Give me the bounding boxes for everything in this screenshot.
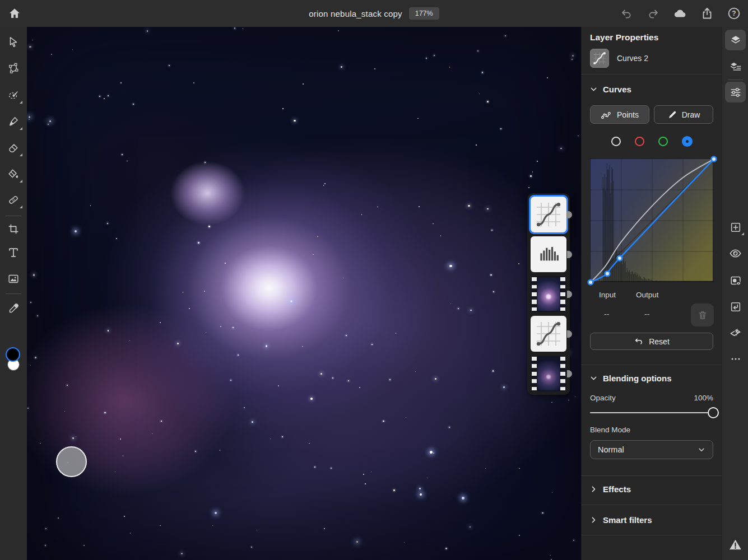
star bbox=[177, 343, 179, 344]
layer-thumbnail-levels[interactable] bbox=[531, 236, 566, 272]
opacity-slider[interactable] bbox=[590, 408, 713, 417]
star bbox=[365, 483, 366, 484]
merge-flatten-button[interactable] bbox=[725, 323, 746, 343]
add-layer-button[interactable] bbox=[725, 217, 746, 237]
selection-brush-icon bbox=[7, 89, 20, 101]
channel-selector bbox=[590, 134, 713, 148]
properties-panel-button[interactable] bbox=[725, 82, 746, 102]
star bbox=[393, 489, 395, 491]
undo-button[interactable] bbox=[617, 4, 636, 23]
reset-button[interactable]: Reset bbox=[590, 333, 713, 350]
star bbox=[225, 263, 226, 264]
flyout-indicator bbox=[741, 232, 744, 235]
delete-point-button[interactable] bbox=[691, 304, 714, 326]
star bbox=[30, 365, 31, 366]
chevron-down-icon bbox=[698, 446, 705, 454]
photoshop-ipad-app: orion nebula_stack copy 177% bbox=[0, 0, 748, 560]
points-mode-button[interactable]: Points bbox=[590, 105, 649, 124]
add-layer-icon bbox=[730, 221, 742, 234]
warning-button[interactable] bbox=[725, 534, 746, 555]
redo-button[interactable] bbox=[644, 4, 663, 23]
blend-mode-dropdown[interactable]: Normal bbox=[590, 440, 713, 459]
star bbox=[532, 171, 533, 172]
effects-section-header[interactable]: Effects bbox=[590, 482, 631, 496]
crop-tool[interactable] bbox=[2, 214, 25, 237]
help-button[interactable]: ? bbox=[724, 4, 744, 23]
selected-layer-row[interactable]: Curves 2 bbox=[590, 48, 713, 68]
layer-thumbnail-curves-1[interactable] bbox=[531, 316, 566, 352]
warning-icon bbox=[728, 538, 742, 552]
share-button[interactable] bbox=[698, 4, 717, 23]
star bbox=[458, 308, 459, 310]
channel-composite-button[interactable] bbox=[611, 137, 621, 146]
fill-tool[interactable] bbox=[2, 163, 25, 185]
document-canvas[interactable] bbox=[27, 27, 581, 560]
cloud-sync-button[interactable] bbox=[671, 4, 690, 23]
opacity-slider-knob[interactable] bbox=[708, 407, 719, 418]
channel-green-button[interactable] bbox=[658, 137, 668, 146]
reset-button-label: Reset bbox=[649, 337, 670, 346]
channel-red-button[interactable] bbox=[635, 137, 644, 146]
smart-filters-section-header[interactable]: Smart filters bbox=[590, 513, 652, 526]
star bbox=[317, 236, 318, 237]
layer-thumbnail-curves-2[interactable] bbox=[531, 197, 566, 232]
star bbox=[205, 162, 206, 163]
eraser-tool[interactable] bbox=[2, 137, 25, 159]
channel-blue-button[interactable] bbox=[682, 136, 693, 147]
curves-graph[interactable] bbox=[590, 158, 713, 282]
star bbox=[505, 35, 506, 36]
star bbox=[477, 50, 478, 52]
layer-thumbnail-background[interactable] bbox=[531, 356, 566, 391]
more-options-button[interactable] bbox=[725, 348, 746, 369]
star bbox=[323, 185, 324, 186]
blending-section-header[interactable]: Blending options bbox=[590, 371, 671, 385]
star bbox=[415, 371, 416, 372]
flyout-indicator bbox=[20, 127, 22, 130]
star bbox=[435, 378, 436, 380]
star bbox=[500, 128, 501, 129]
sliders-icon bbox=[730, 86, 742, 99]
foreground-color-swatch[interactable] bbox=[6, 347, 20, 362]
move-tool[interactable] bbox=[2, 31, 25, 53]
selection-brush-tool[interactable] bbox=[2, 84, 25, 106]
layers-panel-button[interactable] bbox=[725, 30, 746, 50]
star bbox=[309, 443, 310, 444]
star bbox=[420, 493, 422, 496]
star bbox=[243, 28, 243, 29]
brush-tool[interactable] bbox=[2, 110, 25, 133]
curves-section-header[interactable]: Curves bbox=[590, 82, 631, 96]
top-bar-actions: ? bbox=[617, 0, 744, 27]
eyedropper-tool[interactable] bbox=[2, 295, 25, 317]
star bbox=[493, 291, 494, 292]
share-icon bbox=[700, 7, 714, 20]
draw-mode-button[interactable]: Draw bbox=[654, 105, 713, 124]
star bbox=[551, 402, 552, 403]
star bbox=[324, 183, 326, 184]
panel-divider bbox=[582, 74, 722, 74]
star bbox=[419, 206, 420, 207]
eraser-icon bbox=[7, 142, 20, 154]
layer-mask-button[interactable] bbox=[725, 270, 746, 291]
star bbox=[233, 327, 234, 328]
layer-name: Curves 2 bbox=[617, 54, 648, 63]
transform-tool[interactable] bbox=[2, 57, 25, 80]
type-tool[interactable] bbox=[2, 241, 25, 264]
filmstrip-perforations bbox=[532, 357, 537, 390]
star-field bbox=[27, 27, 581, 560]
star bbox=[356, 541, 359, 543]
opacity-value: 100% bbox=[694, 394, 713, 402]
clipping-mask-button[interactable] bbox=[725, 296, 746, 317]
layer-list-button[interactable] bbox=[725, 56, 746, 77]
star bbox=[396, 333, 397, 334]
star bbox=[257, 530, 258, 531]
filmstrip-perforations bbox=[532, 277, 537, 311]
layer-visibility-button[interactable] bbox=[725, 243, 746, 264]
points-button-label: Points bbox=[617, 110, 639, 119]
star bbox=[37, 315, 38, 316]
star bbox=[147, 30, 148, 32]
zoom-level-badge[interactable]: 177% bbox=[409, 7, 439, 20]
layer-thumbnail-image[interactable] bbox=[531, 276, 566, 312]
place-image-tool[interactable] bbox=[2, 268, 25, 290]
healing-tool[interactable] bbox=[2, 189, 25, 211]
star bbox=[294, 120, 295, 122]
